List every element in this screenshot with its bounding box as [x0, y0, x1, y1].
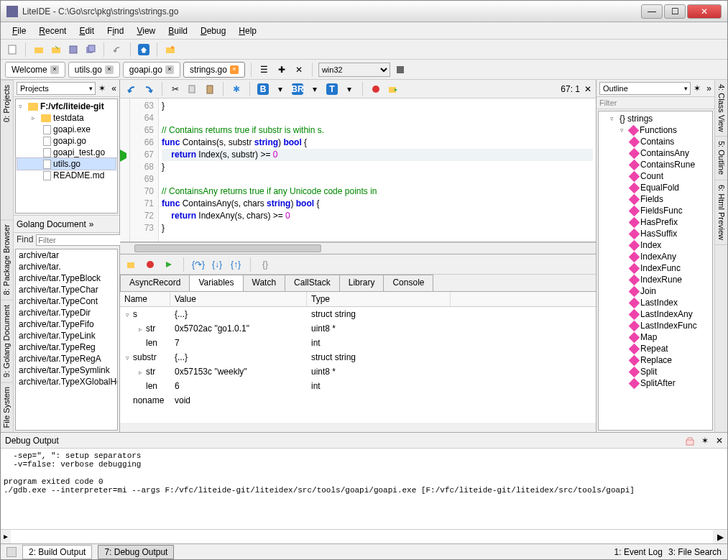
doc-list-item[interactable]: archive/tar.TypeDir — [16, 307, 117, 318]
outline-func[interactable]: Contains — [600, 136, 711, 147]
tab-close-button[interactable]: ✕ — [292, 63, 306, 77]
projects-combo[interactable]: Projects — [17, 82, 96, 95]
expand-icon[interactable]: » — [89, 219, 94, 229]
variable-row[interactable]: ▹str0x5702ac "go1.0.1"uint8 * — [120, 321, 596, 336]
doc-list-item[interactable]: archive/tar. — [16, 261, 117, 272]
status-build-output[interactable]: 2: Build Output — [22, 545, 92, 559]
redo-button[interactable] — [142, 82, 156, 96]
menu-edit[interactable]: Edit — [73, 24, 100, 37]
doc-list-item[interactable]: archive/tar.TypeXGlobalHeader — [16, 376, 117, 387]
doc-list-item[interactable]: archive/tar.TypeBlock — [16, 272, 117, 284]
debug-input[interactable] — [11, 530, 713, 543]
doc-list-item[interactable]: archive/tar.TypeReg — [16, 341, 117, 353]
wizard-button[interactable] — [163, 42, 178, 57]
collapse-icon[interactable]: « — [111, 83, 116, 93]
undo-button[interactable] — [124, 82, 139, 96]
open-button[interactable] — [32, 42, 46, 57]
step-out-button[interactable]: {↑} — [229, 257, 243, 272]
edge-tab-package-browser[interactable]: 8: Package Browser — [1, 219, 13, 299]
doc-list-item[interactable]: archive/tar.TypeFifo — [16, 318, 117, 330]
variable-row[interactable]: ▿substr{...}struct string — [120, 350, 596, 364]
outline-func[interactable]: Fields — [600, 193, 711, 205]
outline-func[interactable]: HasSuffix — [600, 228, 711, 239]
status-file-search[interactable]: 3: File Search — [668, 547, 722, 557]
tab-strings[interactable]: strings.go× — [183, 62, 245, 78]
target-select[interactable]: win32 — [318, 63, 390, 77]
close-icon[interactable]: ✕ — [716, 436, 723, 446]
outline-func[interactable]: Split — [600, 366, 711, 377]
outline-func[interactable]: Join — [600, 285, 711, 297]
titlebar[interactable]: LiteIDE - C:\Go\src\pkg\strings\strings.… — [1, 1, 727, 22]
save-all-button[interactable] — [83, 42, 98, 57]
menu-recent[interactable]: Recent — [33, 24, 72, 37]
variable-row[interactable]: ▿s{...}struct string — [120, 307, 596, 321]
edge-tab-projects[interactable]: 0: Projects — [1, 80, 13, 127]
status-icon[interactable] — [6, 547, 17, 557]
menu-debug[interactable]: Debug — [195, 24, 231, 37]
code-area[interactable]: }// Contains returns true if substr is w… — [159, 98, 596, 242]
outline-func[interactable]: IndexFunc — [600, 262, 711, 274]
debug-tab-callstack[interactable]: CallStack — [285, 275, 340, 291]
close-button[interactable]: ✕ — [687, 4, 722, 19]
code-editor[interactable]: 6364656667686970717273 }// Contains retu… — [120, 98, 596, 242]
gear-icon[interactable]: ✶ — [98, 83, 109, 93]
menu-view[interactable]: View — [131, 24, 161, 37]
step-into-button[interactable]: {↓} — [210, 257, 224, 272]
settings-button[interactable]: ✱ — [229, 82, 244, 96]
tab-utils[interactable]: utils.go× — [68, 62, 120, 78]
close-icon[interactable]: × — [230, 65, 239, 74]
close-icon[interactable]: × — [105, 65, 114, 74]
build-button[interactable]: B — [256, 82, 270, 96]
close-icon[interactable]: × — [165, 65, 174, 74]
menu-help[interactable]: Help — [233, 24, 262, 37]
outline-func[interactable]: Replace — [600, 354, 711, 366]
doc-list-item[interactable]: archive/tar.TypeChar — [16, 284, 117, 295]
outline-func[interactable]: LastIndexAny — [600, 308, 711, 320]
outline-func[interactable]: ContainsAny — [600, 147, 711, 159]
copy-button[interactable] — [185, 82, 200, 96]
golang-doc-list[interactable]: archive/tararchive/tar.archive/tar.TypeB… — [15, 249, 118, 431]
outline-func[interactable]: ContainsRune — [600, 159, 711, 170]
variable-row[interactable]: nonamevoid — [120, 393, 596, 408]
status-debug-output[interactable]: 7: Debug Output — [98, 545, 174, 559]
outline-func[interactable]: Repeat — [600, 343, 711, 354]
outline-func[interactable]: SplitAfter — [600, 377, 711, 389]
variable-row[interactable]: len6int — [120, 379, 596, 393]
outline-func[interactable]: IndexAny — [600, 251, 711, 262]
menu-find[interactable]: Find — [101, 24, 129, 37]
run-button[interactable] — [386, 82, 400, 96]
edge-tab-html-preview[interactable]: 6: Html Preview — [715, 180, 727, 245]
tree-root[interactable]: ▿F:/vfc/liteide-git — [17, 101, 116, 112]
debug-output-text[interactable]: -sep=", ": setup separators -v=false: ve… — [1, 449, 727, 529]
variable-row[interactable]: ▹str0x57153c "weekly"uint8 * — [120, 364, 596, 379]
debug-tab-asyncrecord[interactable]: AsyncRecord — [120, 275, 190, 291]
tree-item[interactable]: ▹testdata — [17, 112, 116, 124]
tree-item[interactable]: goapi.go — [17, 135, 116, 147]
golang-doc-combo[interactable]: Golang Document — [17, 219, 86, 229]
build-run-button[interactable]: BR — [290, 82, 305, 96]
debug-output-combo[interactable]: Debug Output — [5, 436, 149, 446]
tree-item[interactable]: utils.go — [17, 158, 116, 170]
outline-func[interactable]: Index — [600, 239, 711, 251]
test-button[interactable]: T — [325, 82, 339, 96]
debug-start-button[interactable] — [124, 257, 139, 272]
outline-func[interactable]: Count — [600, 170, 711, 182]
tree-item[interactable]: README.md — [17, 170, 116, 181]
menu-file[interactable]: File — [6, 24, 32, 37]
outline-func[interactable]: HasPrefix — [600, 216, 711, 228]
stop-button[interactable] — [393, 63, 407, 77]
collapse-icon[interactable]: » — [706, 83, 711, 93]
debug-stop-record-button[interactable] — [143, 257, 157, 272]
minimize-button[interactable]: — — [641, 4, 663, 19]
outline-package[interactable]: ▿{} strings — [600, 113, 711, 124]
close-icon[interactable]: × — [50, 65, 59, 74]
clear-button[interactable] — [683, 433, 697, 448]
doc-list-item[interactable]: archive/tar — [16, 249, 117, 261]
tree-item[interactable]: goapi_test.go — [17, 147, 116, 158]
outline-filter[interactable]: Filter — [596, 97, 714, 109]
debug-tab-library[interactable]: Library — [339, 275, 384, 291]
menu-build[interactable]: Build — [162, 24, 193, 37]
doc-list-item[interactable]: archive/tar.TypeLink — [16, 330, 117, 341]
paste-button[interactable] — [203, 82, 217, 96]
edge-tab-outline[interactable]: 5: Outline — [715, 137, 727, 180]
